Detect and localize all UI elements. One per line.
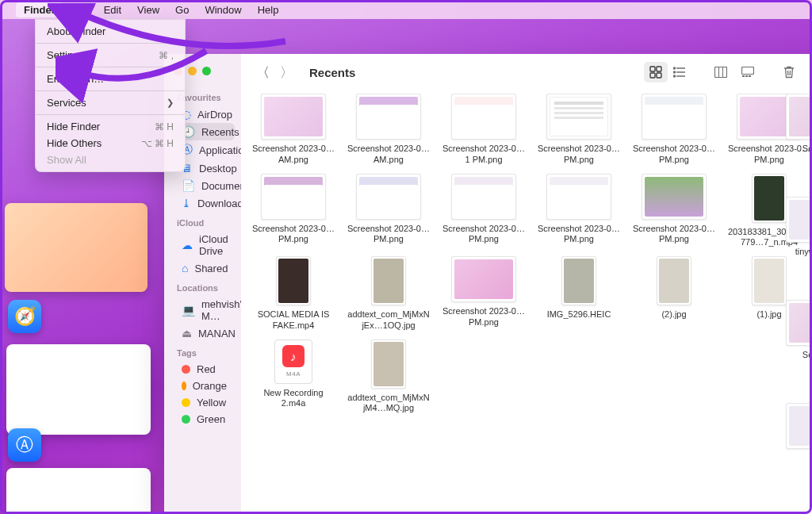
file-name: Screenshot 2023-0…1 PM.png bbox=[442, 144, 525, 166]
sidebar-item-label: Applications bbox=[199, 144, 241, 156]
file-item[interactable]: Screenshot 2023-0…AM.png bbox=[252, 94, 335, 166]
file-item[interactable]: SOCIAL MEDIA IS FAKE.mp4 bbox=[252, 256, 335, 332]
file-name: tinyw 94_31 bbox=[795, 247, 812, 258]
file-thumbnail bbox=[642, 94, 707, 140]
file-name: addtext_com_MjMxNjM4…MQ.jpg bbox=[347, 393, 430, 415]
trash-button[interactable] bbox=[777, 62, 801, 82]
sidebar-item-external-disk[interactable]: ⏏MANAN⏏ bbox=[170, 324, 235, 342]
chevron-right-icon: ❯ bbox=[167, 98, 174, 108]
zoom-button[interactable] bbox=[202, 67, 211, 75]
file-name: Screenshot 2023-0…PM.png bbox=[633, 144, 715, 166]
sidebar-tag-red[interactable]: Red bbox=[170, 361, 235, 378]
file-item[interactable]: Screenshot 2023-0…PM.png bbox=[538, 174, 620, 249]
sidebar-tag-orange[interactable]: Orange bbox=[170, 378, 235, 394]
file-name: Sc 2023 bbox=[802, 350, 812, 361]
file-thumbnail bbox=[546, 174, 611, 220]
file-name: Screenshot 2023-0…PM.png bbox=[633, 224, 715, 246]
menu-settings[interactable]: Settings…⌘ , bbox=[36, 47, 185, 63]
finder-toolbar: 〈 〉 Recents bbox=[241, 54, 812, 90]
sidebar-item-label: Shared bbox=[194, 263, 228, 274]
file-item[interactable]: Sc 2023 bbox=[777, 300, 812, 395]
file-item[interactable]: Screenshot 2023-0…PM.png bbox=[442, 256, 525, 332]
menu-separator bbox=[36, 114, 185, 115]
dock-safari-icon[interactable]: 🧭 bbox=[8, 300, 41, 333]
window-thumbnail[interactable] bbox=[5, 203, 147, 292]
svg-point-9 bbox=[674, 75, 676, 77]
minimize-button[interactable] bbox=[188, 67, 197, 75]
cloud-icon: ☁︎ bbox=[182, 239, 193, 251]
file-item[interactable]: Screenshot 2023-0…PM.png bbox=[442, 174, 525, 249]
menu-edit[interactable]: Edit bbox=[96, 2, 129, 17]
file-thumbnail bbox=[451, 256, 516, 302]
file-item[interactable]: IMG_5296.HEIC bbox=[538, 256, 620, 332]
file-item[interactable]: Screenshot 2023-0…PM.png bbox=[538, 94, 620, 166]
file-item[interactable]: tinyw 94_31 bbox=[777, 197, 812, 292]
menubar: Finder File Edit View Go Window Help bbox=[0, 0, 812, 19]
file-item[interactable]: (2).jpg bbox=[633, 256, 715, 332]
window-thumbnail[interactable] bbox=[6, 344, 151, 435]
disk-icon: ⏏ bbox=[182, 327, 192, 339]
nav-back-button[interactable]: 〈 bbox=[252, 62, 273, 82]
menu-separator bbox=[36, 90, 185, 91]
file-name: Sc 2023 bbox=[802, 144, 812, 155]
file-thumbnail bbox=[276, 256, 311, 305]
sidebar-item-downloads[interactable]: ⤓Downloads bbox=[170, 194, 235, 212]
file-name: addtext_com_MjMxNjEx…1OQ.jpg bbox=[347, 309, 430, 332]
file-grid: Screenshot 2023-0…AM.pngScreenshot 2023-… bbox=[241, 90, 812, 514]
menu-about-finder[interactable]: About Finder bbox=[36, 23, 185, 40]
svg-rect-10 bbox=[715, 67, 727, 78]
svg-rect-1 bbox=[657, 67, 661, 71]
tag-dot-icon bbox=[182, 415, 190, 424]
sidebar-item-documents[interactable]: 📄Documents bbox=[170, 177, 235, 194]
menu-services[interactable]: Services❯ bbox=[36, 94, 185, 111]
menu-finder[interactable]: Finder bbox=[16, 2, 63, 17]
menu-file[interactable]: File bbox=[63, 2, 96, 17]
menu-hide-finder[interactable]: Hide Finder⌘ H bbox=[36, 118, 185, 135]
file-item[interactable]: addtext_com_MjMxNjM4…MQ.jpg bbox=[347, 339, 430, 415]
file-item[interactable]: Screenshot 2023-0…PM.png bbox=[347, 174, 430, 249]
file-item[interactable]: ♪M4ANew Recording 2.m4a bbox=[252, 339, 335, 415]
file-item[interactable]: Screenshot 2023-0…PM.png bbox=[252, 174, 335, 249]
file-item[interactable]: Blar bbox=[777, 403, 812, 498]
file-item[interactable]: Screenshot 2023-0…1 PM.png bbox=[442, 94, 525, 166]
view-list-button[interactable] bbox=[668, 62, 691, 82]
sidebar-item-shared[interactable]: ⌂Shared bbox=[170, 259, 235, 277]
sidebar-tag-green[interactable]: Green bbox=[170, 411, 235, 428]
menu-view[interactable]: View bbox=[129, 2, 167, 17]
sidebar-item-label: Yellow bbox=[197, 397, 226, 409]
file-name: New Recording 2.m4a bbox=[252, 388, 335, 410]
file-thumbnail bbox=[786, 300, 812, 346]
menu-hide-others[interactable]: Hide Others⌥ ⌘ H bbox=[36, 135, 185, 152]
view-icons-button[interactable] bbox=[644, 62, 668, 82]
file-thumbnail bbox=[451, 94, 516, 140]
menu-window[interactable]: Window bbox=[197, 2, 249, 17]
file-item[interactable]: Screenshot 2023-0…PM.png bbox=[633, 94, 715, 166]
sidebar-item-icloud-drive[interactable]: ☁︎iCloud Drive bbox=[170, 231, 235, 259]
file-thumbnail bbox=[356, 174, 421, 220]
file-thumbnail bbox=[261, 174, 326, 220]
file-item[interactable]: Screenshot 2023-0…PM.png bbox=[633, 174, 715, 249]
sidebar-item-computer[interactable]: 💻mehvish's M… bbox=[170, 296, 235, 324]
file-thumbnail bbox=[786, 197, 812, 243]
dock-appstore-icon[interactable]: Ⓐ bbox=[8, 428, 41, 462]
menu-help[interactable]: Help bbox=[250, 2, 287, 17]
file-item[interactable]: Screenshot 2023-0…AM.png bbox=[347, 94, 430, 166]
file-thumbnail bbox=[451, 174, 516, 220]
svg-rect-15 bbox=[745, 75, 748, 77]
file-item[interactable]: Sc 2023 bbox=[777, 94, 812, 189]
menu-empty-bin[interactable]: Empty Bin… bbox=[36, 71, 185, 87]
window-thumbnail[interactable] bbox=[6, 468, 151, 514]
sidebar-item-label: Orange bbox=[193, 380, 227, 392]
view-columns-button[interactable] bbox=[709, 62, 733, 82]
sidebar-item-label: mehvish's M… bbox=[201, 298, 241, 322]
svg-rect-2 bbox=[650, 73, 655, 78]
file-thumbnail bbox=[657, 256, 691, 305]
file-name: Screenshot 2023-0…AM.png bbox=[347, 144, 430, 166]
menu-go[interactable]: Go bbox=[167, 2, 197, 17]
file-item[interactable]: addtext_com_MjMxNjEx…1OQ.jpg bbox=[347, 256, 430, 332]
sidebar-tag-yellow[interactable]: Yellow bbox=[170, 394, 235, 411]
laptop-icon: 💻 bbox=[182, 304, 195, 316]
view-gallery-button[interactable] bbox=[736, 62, 760, 82]
menu-item-label: Hide Others bbox=[47, 137, 102, 149]
nav-forward-button[interactable]: 〉 bbox=[276, 62, 297, 82]
